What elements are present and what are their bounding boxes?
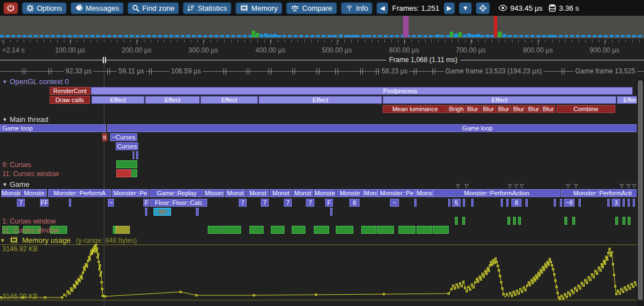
scales-icon xyxy=(291,5,299,12)
toolbar-button-power[interactable] xyxy=(3,2,18,14)
memory-section-header[interactable]: ▼ Memory usage (y-range: 848 bytes) xyxy=(0,236,137,245)
toolbar-button-label: Find zone xyxy=(142,4,174,12)
toolbar-button-label: Memory xyxy=(251,4,278,12)
scrollbar-track[interactable] xyxy=(637,78,644,306)
toolbar: OptionsMessagesFind zoneStatisticsMemory… xyxy=(0,0,644,16)
collapse-icon: ▼ xyxy=(0,238,5,243)
toolbar-button-memory[interactable]: Memory xyxy=(235,2,282,14)
stats-icon xyxy=(187,5,195,12)
lock-label[interactable]: 11: Curses window xyxy=(2,170,59,178)
toolbar-button-label: Options xyxy=(37,4,62,12)
thread-name: OpenGL context 0 xyxy=(10,77,69,86)
gear-icon xyxy=(27,5,34,12)
view-time-value: 943.45 µs xyxy=(510,4,542,12)
thread-name: Main thread xyxy=(10,115,49,124)
toolbar-button-label: Statistics xyxy=(198,4,227,12)
crosshair-icon xyxy=(479,5,487,12)
message-marker-icon[interactable]: ▽ xyxy=(632,183,636,189)
thread-header-opengl-context-0[interactable]: ▼OpenGL context 0 xyxy=(2,77,69,86)
tracy-profiler-window: OptionsMessagesFind zoneStatisticsMemory… xyxy=(0,0,644,306)
search-icon xyxy=(132,5,139,12)
eye-icon xyxy=(498,5,507,11)
toolbar-buttons: OptionsMessagesFind zoneStatisticsMemory… xyxy=(3,2,373,14)
message-marker-icon[interactable]: ▽ xyxy=(465,183,468,189)
message-marker-icon[interactable]: ▽ xyxy=(514,183,518,189)
toolbar-button-label: Compare xyxy=(302,4,332,12)
memory-section-title: Memory usage xyxy=(22,236,71,244)
scrollbar-thumb[interactable] xyxy=(638,80,643,300)
lock-label[interactable]: 11: Curses window xyxy=(2,226,59,234)
prev-frame-button[interactable]: ◀ xyxy=(376,2,388,14)
toolbar-button-find-zone[interactable]: Find zone xyxy=(128,2,179,14)
thread-header-game[interactable]: ▼Game xyxy=(2,180,29,189)
toolbar-button-label: Messages xyxy=(86,4,119,12)
memory-chip-icon xyxy=(10,237,18,245)
lock-label[interactable]: 9: Curses xyxy=(2,161,31,169)
thread-name: Game xyxy=(10,180,29,189)
memory-min-label: 3146.09 KB xyxy=(2,292,38,300)
toolbar-button-messages[interactable]: Messages xyxy=(71,2,124,14)
collapse-icon: ▼ xyxy=(2,182,7,187)
power-icon xyxy=(7,4,15,12)
message-marker-icon[interactable]: ▽ xyxy=(520,183,524,189)
message-marker-icon[interactable]: ▽ xyxy=(574,183,578,189)
frame-dropdown-button[interactable]: ▼ xyxy=(459,2,472,14)
goto-frame-button[interactable] xyxy=(476,2,490,14)
message-marker-icon[interactable]: ▽ xyxy=(508,183,512,189)
toolbar-button-statistics[interactable]: Statistics xyxy=(183,2,231,14)
toolbar-button-label: Info xyxy=(356,4,369,12)
collapse-icon: ▼ xyxy=(2,117,7,123)
toolbar-button-compare[interactable]: Compare xyxy=(286,2,336,14)
toolbar-button-info[interactable]: Info xyxy=(341,2,373,14)
toolbar-button-options[interactable]: Options xyxy=(22,2,67,14)
fingerprint-icon xyxy=(345,5,353,12)
database-icon xyxy=(549,4,556,12)
message-marker-icon[interactable]: ▽ xyxy=(566,183,570,189)
memory-usage-chart[interactable] xyxy=(0,0,644,306)
tags-icon xyxy=(75,5,83,12)
capture-time-value: 3.36 s xyxy=(559,4,579,12)
memory-max-label: 3146.92 KB xyxy=(2,245,38,253)
frames-counter: Frames: 1,251 xyxy=(392,4,440,12)
collapse-icon: ▼ xyxy=(2,79,7,85)
memory-range-note: (y-range: 848 bytes) xyxy=(76,237,137,244)
lock-label[interactable]: 1: Curses window xyxy=(2,217,56,225)
next-frame-button[interactable]: ▶ xyxy=(444,2,455,14)
memchip-icon xyxy=(240,5,248,11)
message-marker-icon[interactable]: ▽ xyxy=(456,183,460,189)
message-marker-icon[interactable]: ▽ xyxy=(620,183,624,189)
thread-header-main-thread[interactable]: ▼Main thread xyxy=(2,115,49,124)
message-marker-icon[interactable]: ▽ xyxy=(627,183,630,189)
